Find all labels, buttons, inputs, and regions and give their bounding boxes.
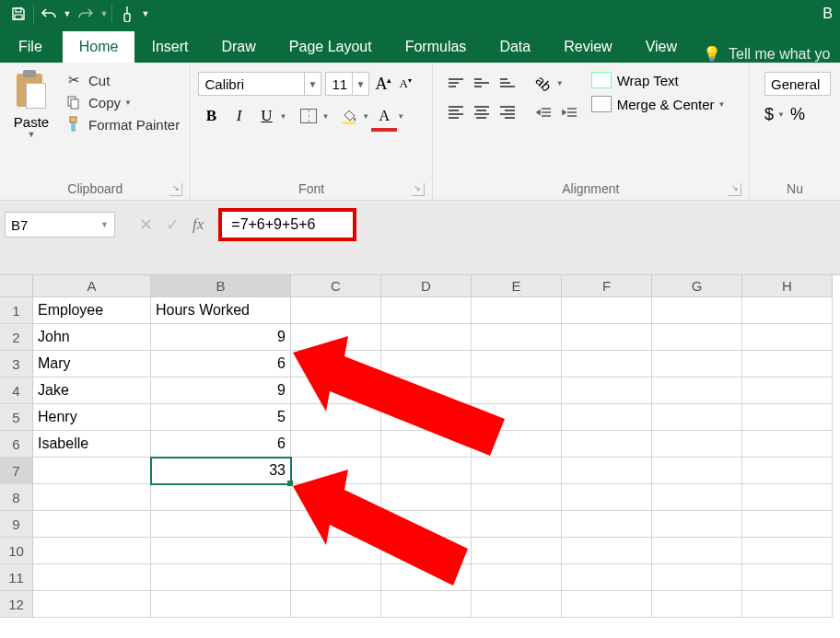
- cell[interactable]: [652, 377, 742, 404]
- tab-page-layout[interactable]: Page Layout: [273, 31, 389, 63]
- tab-data[interactable]: Data: [483, 31, 547, 63]
- cell[interactable]: [33, 511, 151, 538]
- tab-file[interactable]: File: [0, 31, 63, 63]
- font-size-combo[interactable]: 11 ▼: [325, 72, 369, 96]
- cell[interactable]: [33, 591, 151, 618]
- wrap-text-button[interactable]: Wrap Text: [591, 72, 726, 88]
- cell[interactable]: [151, 564, 291, 591]
- cell[interactable]: [291, 377, 381, 404]
- cell[interactable]: [381, 377, 472, 404]
- copy-dropdown-icon[interactable]: ▼: [124, 99, 132, 107]
- cell[interactable]: [381, 431, 472, 458]
- cell[interactable]: [652, 431, 742, 458]
- row-header[interactable]: 2: [0, 324, 33, 351]
- increase-font-button[interactable]: A▴: [373, 75, 393, 94]
- cell[interactable]: [472, 484, 562, 511]
- col-header[interactable]: B: [151, 275, 291, 297]
- tab-insert[interactable]: Insert: [134, 31, 204, 63]
- cell[interactable]: [381, 484, 472, 511]
- borders-dropdown-icon[interactable]: ▼: [321, 112, 329, 121]
- cancel-icon[interactable]: ✕: [139, 215, 153, 235]
- cell[interactable]: Hours Worked: [151, 297, 291, 324]
- cell[interactable]: [742, 458, 833, 484]
- cell[interactable]: [742, 297, 833, 324]
- cell[interactable]: [742, 564, 833, 591]
- col-header[interactable]: F: [562, 275, 652, 297]
- cell[interactable]: [652, 511, 742, 538]
- cell[interactable]: [472, 324, 562, 351]
- cell[interactable]: [562, 377, 652, 404]
- cell[interactable]: [472, 431, 562, 458]
- borders-button[interactable]: [296, 103, 321, 129]
- redo-icon[interactable]: [73, 2, 99, 26]
- redo-dropdown-icon[interactable]: ▼: [99, 2, 110, 26]
- fx-icon[interactable]: fx: [192, 215, 204, 234]
- cell[interactable]: [151, 484, 291, 511]
- tab-draw[interactable]: Draw: [204, 31, 272, 63]
- tab-formulas[interactable]: Formulas: [389, 31, 484, 63]
- cell[interactable]: [33, 458, 151, 484]
- currency-button[interactable]: $: [764, 105, 774, 124]
- cell[interactable]: [33, 484, 151, 511]
- touch-mode-icon[interactable]: [114, 2, 140, 26]
- select-all-corner[interactable]: [0, 275, 33, 297]
- orientation-button[interactable]: ab: [532, 72, 556, 94]
- cell[interactable]: [151, 511, 291, 538]
- touch-dropdown-icon[interactable]: ▼: [140, 2, 151, 26]
- cell[interactable]: [652, 297, 742, 324]
- merge-dropdown-icon[interactable]: ▼: [718, 100, 726, 109]
- cell[interactable]: [742, 591, 833, 618]
- cell[interactable]: 6: [151, 431, 291, 458]
- cell[interactable]: [742, 404, 833, 431]
- cell[interactable]: Jake: [33, 377, 151, 404]
- undo-icon[interactable]: [36, 2, 62, 26]
- cell[interactable]: [652, 458, 742, 484]
- underline-button[interactable]: U: [253, 103, 279, 129]
- row-header[interactable]: 7: [0, 458, 33, 484]
- cell[interactable]: [291, 564, 381, 591]
- cell[interactable]: John: [33, 324, 151, 351]
- cell[interactable]: [472, 564, 562, 591]
- cell[interactable]: Employee: [33, 297, 151, 324]
- row-header[interactable]: 10: [0, 538, 33, 564]
- clipboard-launcher-icon[interactable]: ↘: [169, 183, 182, 196]
- align-middle-button[interactable]: [470, 72, 494, 94]
- font-color-button[interactable]: A: [371, 103, 397, 129]
- cell[interactable]: [381, 511, 472, 538]
- align-bottom-button[interactable]: [496, 72, 519, 94]
- cell[interactable]: [291, 351, 381, 377]
- col-header[interactable]: D: [381, 275, 472, 297]
- col-header[interactable]: E: [472, 275, 562, 297]
- cell[interactable]: [33, 564, 151, 591]
- orientation-dropdown-icon[interactable]: ▼: [556, 79, 564, 87]
- cell[interactable]: Henry: [33, 404, 151, 431]
- row-header[interactable]: 11: [0, 564, 33, 591]
- font-launcher-icon[interactable]: ↘: [412, 183, 425, 196]
- cell[interactable]: [652, 484, 742, 511]
- align-right-button[interactable]: [496, 101, 519, 123]
- enter-icon[interactable]: ✓: [166, 215, 180, 235]
- cell[interactable]: [562, 564, 652, 591]
- cell[interactable]: [381, 538, 472, 564]
- cell-selected[interactable]: 33: [151, 458, 291, 484]
- cell[interactable]: 9: [151, 377, 291, 404]
- cell[interactable]: [472, 404, 562, 431]
- cell[interactable]: [472, 297, 562, 324]
- cell[interactable]: [742, 351, 833, 377]
- currency-dropdown-icon[interactable]: ▼: [777, 110, 785, 119]
- cell[interactable]: [562, 431, 652, 458]
- cell[interactable]: [652, 351, 742, 377]
- row-header[interactable]: 8: [0, 484, 33, 511]
- decrease-indent-button[interactable]: [532, 101, 556, 123]
- percent-button[interactable]: %: [790, 105, 805, 124]
- fill-color-button[interactable]: [336, 103, 362, 129]
- col-header[interactable]: G: [652, 275, 742, 297]
- cell[interactable]: [151, 538, 291, 564]
- number-format-combo[interactable]: General: [764, 72, 831, 96]
- cell[interactable]: [291, 458, 381, 484]
- cell[interactable]: [652, 564, 742, 591]
- font-name-combo[interactable]: Calibri ▼: [198, 72, 321, 96]
- row-header[interactable]: 12: [0, 591, 33, 618]
- cell[interactable]: 9: [151, 324, 291, 351]
- cell[interactable]: [562, 297, 652, 324]
